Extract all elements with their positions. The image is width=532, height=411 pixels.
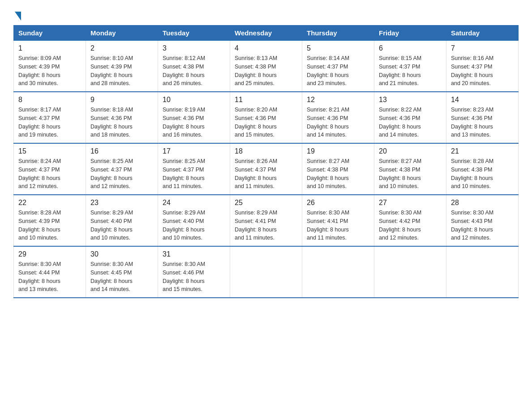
day-number: 5 — [307, 44, 369, 52]
calendar-cell: 13 Sunrise: 8:22 AMSunset: 4:36 PMDaylig… — [374, 92, 446, 143]
calendar-cell: 27 Sunrise: 8:30 AMSunset: 4:42 PMDaylig… — [374, 195, 446, 246]
calendar-cell: 12 Sunrise: 8:21 AMSunset: 4:36 PMDaylig… — [302, 92, 374, 143]
calendar-cell — [446, 246, 519, 298]
day-number: 20 — [379, 147, 442, 155]
day-info: Sunrise: 8:24 AMSunset: 4:37 PMDaylight:… — [18, 157, 81, 191]
day-info: Sunrise: 8:13 AMSunset: 4:38 PMDaylight:… — [235, 54, 297, 88]
calendar-cell: 2 Sunrise: 8:10 AMSunset: 4:39 PMDayligh… — [86, 41, 158, 92]
day-number: 12 — [307, 96, 369, 104]
day-info: Sunrise: 8:27 AMSunset: 4:38 PMDaylight:… — [379, 157, 442, 191]
day-info: Sunrise: 8:14 AMSunset: 4:37 PMDaylight:… — [307, 54, 369, 88]
calendar-cell — [230, 246, 302, 298]
day-info: Sunrise: 8:29 AMSunset: 4:40 PMDaylight:… — [90, 209, 153, 242]
header-tuesday: Tuesday — [158, 26, 230, 41]
day-number: 25 — [235, 199, 297, 207]
day-info: Sunrise: 8:21 AMSunset: 4:36 PMDaylight:… — [307, 106, 369, 139]
day-info: Sunrise: 8:30 AMSunset: 4:44 PMDaylight:… — [18, 260, 81, 294]
calendar-cell: 11 Sunrise: 8:20 AMSunset: 4:36 PMDaylig… — [230, 92, 302, 143]
calendar-cell: 25 Sunrise: 8:29 AMSunset: 4:41 PMDaylig… — [230, 195, 302, 246]
calendar-header-row: SundayMondayTuesdayWednesdayThursdayFrid… — [14, 26, 519, 41]
header-friday: Friday — [374, 26, 446, 41]
day-number: 1 — [18, 44, 81, 52]
day-info: Sunrise: 8:29 AMSunset: 4:41 PMDaylight:… — [235, 209, 297, 242]
day-info: Sunrise: 8:10 AMSunset: 4:39 PMDaylight:… — [90, 54, 153, 88]
day-number: 31 — [163, 250, 225, 258]
day-info: Sunrise: 8:19 AMSunset: 4:36 PMDaylight:… — [163, 106, 225, 139]
calendar-cell: 24 Sunrise: 8:29 AMSunset: 4:40 PMDaylig… — [158, 195, 230, 246]
day-number: 16 — [90, 147, 153, 155]
calendar-cell: 22 Sunrise: 8:28 AMSunset: 4:39 PMDaylig… — [14, 195, 86, 246]
logo-triangle-icon — [15, 12, 21, 21]
day-number: 21 — [451, 147, 514, 155]
calendar-cell: 19 Sunrise: 8:27 AMSunset: 4:38 PMDaylig… — [302, 143, 374, 195]
day-number: 13 — [379, 96, 442, 104]
header-thursday: Thursday — [302, 26, 374, 41]
calendar-week-row: 1 Sunrise: 8:09 AMSunset: 4:39 PMDayligh… — [14, 41, 519, 92]
day-info: Sunrise: 8:23 AMSunset: 4:36 PMDaylight:… — [451, 106, 514, 139]
day-number: 29 — [18, 250, 81, 258]
calendar-cell: 7 Sunrise: 8:16 AMSunset: 4:37 PMDayligh… — [446, 41, 519, 92]
calendar-cell: 23 Sunrise: 8:29 AMSunset: 4:40 PMDaylig… — [86, 195, 158, 246]
calendar-cell: 29 Sunrise: 8:30 AMSunset: 4:44 PMDaylig… — [14, 246, 86, 298]
day-number: 6 — [379, 44, 442, 52]
day-number: 7 — [451, 44, 514, 52]
day-number: 30 — [90, 250, 153, 258]
day-info: Sunrise: 8:20 AMSunset: 4:36 PMDaylight:… — [235, 106, 297, 139]
day-number: 14 — [451, 96, 514, 104]
day-number: 18 — [235, 147, 297, 155]
calendar-cell: 3 Sunrise: 8:12 AMSunset: 4:38 PMDayligh… — [158, 41, 230, 92]
calendar-cell: 5 Sunrise: 8:14 AMSunset: 4:37 PMDayligh… — [302, 41, 374, 92]
calendar-cell: 1 Sunrise: 8:09 AMSunset: 4:39 PMDayligh… — [14, 41, 86, 92]
day-number: 3 — [163, 44, 225, 52]
calendar-cell — [302, 246, 374, 298]
calendar-week-row: 8 Sunrise: 8:17 AMSunset: 4:37 PMDayligh… — [14, 92, 519, 143]
header-wednesday: Wednesday — [230, 26, 302, 41]
day-info: Sunrise: 8:30 AMSunset: 4:42 PMDaylight:… — [379, 209, 442, 242]
day-info: Sunrise: 8:12 AMSunset: 4:38 PMDaylight:… — [163, 54, 225, 88]
calendar-cell: 10 Sunrise: 8:19 AMSunset: 4:36 PMDaylig… — [158, 92, 230, 143]
day-info: Sunrise: 8:22 AMSunset: 4:36 PMDaylight:… — [379, 106, 442, 139]
calendar-week-row: 15 Sunrise: 8:24 AMSunset: 4:37 PMDaylig… — [14, 143, 519, 195]
day-number: 17 — [163, 147, 225, 155]
header-monday: Monday — [86, 26, 158, 41]
day-number: 27 — [379, 199, 442, 207]
calendar-cell: 6 Sunrise: 8:15 AMSunset: 4:37 PMDayligh… — [374, 41, 446, 92]
day-info: Sunrise: 8:25 AMSunset: 4:37 PMDaylight:… — [90, 157, 153, 191]
day-info: Sunrise: 8:30 AMSunset: 4:45 PMDaylight:… — [90, 260, 153, 294]
day-info: Sunrise: 8:16 AMSunset: 4:37 PMDaylight:… — [451, 54, 514, 88]
day-number: 19 — [307, 147, 369, 155]
day-info: Sunrise: 8:30 AMSunset: 4:41 PMDaylight:… — [307, 209, 369, 242]
day-number: 15 — [18, 147, 81, 155]
day-info: Sunrise: 8:17 AMSunset: 4:37 PMDaylight:… — [18, 106, 81, 139]
logo — [13, 9, 21, 21]
day-info: Sunrise: 8:15 AMSunset: 4:37 PMDaylight:… — [379, 54, 442, 88]
day-number: 10 — [163, 96, 225, 104]
day-info: Sunrise: 8:26 AMSunset: 4:37 PMDaylight:… — [235, 157, 297, 191]
day-number: 8 — [18, 96, 81, 104]
day-number: 4 — [235, 44, 297, 52]
day-info: Sunrise: 8:27 AMSunset: 4:38 PMDaylight:… — [307, 157, 369, 191]
header-sunday: Sunday — [14, 26, 86, 41]
day-info: Sunrise: 8:29 AMSunset: 4:40 PMDaylight:… — [163, 209, 225, 242]
calendar-cell: 30 Sunrise: 8:30 AMSunset: 4:45 PMDaylig… — [86, 246, 158, 298]
day-number: 9 — [90, 96, 153, 104]
day-number: 28 — [451, 199, 514, 207]
calendar-cell: 20 Sunrise: 8:27 AMSunset: 4:38 PMDaylig… — [374, 143, 446, 195]
day-info: Sunrise: 8:09 AMSunset: 4:39 PMDaylight:… — [18, 54, 81, 88]
day-number: 24 — [163, 199, 225, 207]
calendar-cell: 4 Sunrise: 8:13 AMSunset: 4:38 PMDayligh… — [230, 41, 302, 92]
calendar-cell: 31 Sunrise: 8:30 AMSunset: 4:46 PMDaylig… — [158, 246, 230, 298]
page-header — [13, 9, 519, 21]
calendar-cell: 16 Sunrise: 8:25 AMSunset: 4:37 PMDaylig… — [86, 143, 158, 195]
day-info: Sunrise: 8:30 AMSunset: 4:43 PMDaylight:… — [451, 209, 514, 242]
day-number: 2 — [90, 44, 153, 52]
day-info: Sunrise: 8:25 AMSunset: 4:37 PMDaylight:… — [163, 157, 225, 191]
calendar-cell: 28 Sunrise: 8:30 AMSunset: 4:43 PMDaylig… — [446, 195, 519, 246]
calendar-table: SundayMondayTuesdayWednesdayThursdayFrid… — [13, 25, 519, 298]
day-number: 11 — [235, 96, 297, 104]
calendar-cell — [374, 246, 446, 298]
calendar-week-row: 29 Sunrise: 8:30 AMSunset: 4:44 PMDaylig… — [14, 246, 519, 298]
day-info: Sunrise: 8:28 AMSunset: 4:38 PMDaylight:… — [451, 157, 514, 191]
calendar-cell: 14 Sunrise: 8:23 AMSunset: 4:36 PMDaylig… — [446, 92, 519, 143]
calendar-cell: 15 Sunrise: 8:24 AMSunset: 4:37 PMDaylig… — [14, 143, 86, 195]
